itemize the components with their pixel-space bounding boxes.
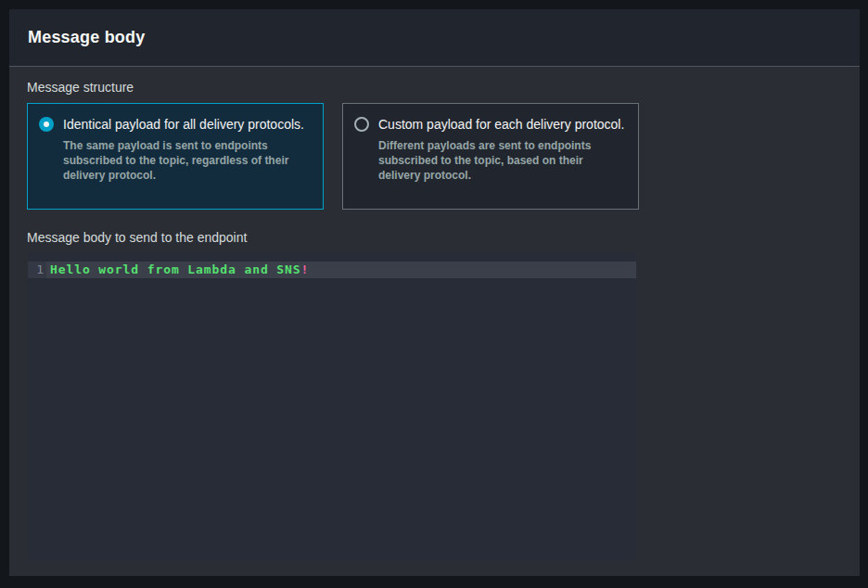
option-description: The same payload is sent to endpoints su… xyxy=(63,138,312,183)
message-body-label: Message body to send to the endpoint xyxy=(27,230,841,246)
message-structure-label: Message structure xyxy=(27,80,841,96)
message-body-panel: Message body Message structure Identical… xyxy=(9,9,860,576)
option-description: Different payloads are sent to endpoints… xyxy=(378,138,627,183)
option-title: Custom payload for each delivery protoco… xyxy=(378,114,627,135)
code-text: Hello world from Lambda and SNS xyxy=(50,262,301,276)
radio-unselected-icon[interactable] xyxy=(354,117,369,132)
message-structure-options: Identical payload for all delivery proto… xyxy=(27,103,841,210)
option-text: Identical payload for all delivery proto… xyxy=(61,114,312,198)
radio-selected-icon[interactable] xyxy=(39,117,54,132)
radio-card-identical-payload[interactable]: Identical payload for all delivery proto… xyxy=(27,103,324,210)
code-punctuation: ! xyxy=(301,262,310,276)
editor-line[interactable]: 1 Hello world from Lambda and SNS! xyxy=(28,262,636,278)
option-text: Custom payload for each delivery protoco… xyxy=(377,114,627,198)
panel-header: Message body xyxy=(9,9,860,67)
panel-content: Message structure Identical payload for … xyxy=(9,67,860,561)
radio-card-custom-payload[interactable]: Custom payload for each delivery protoco… xyxy=(342,103,639,210)
panel-title: Message body xyxy=(28,28,145,47)
option-title: Identical payload for all delivery proto… xyxy=(63,114,312,135)
message-body-editor[interactable]: 1 Hello world from Lambda and SNS! xyxy=(28,253,636,561)
line-content[interactable]: Hello world from Lambda and SNS! xyxy=(46,262,636,278)
line-number: 1 xyxy=(28,262,46,278)
